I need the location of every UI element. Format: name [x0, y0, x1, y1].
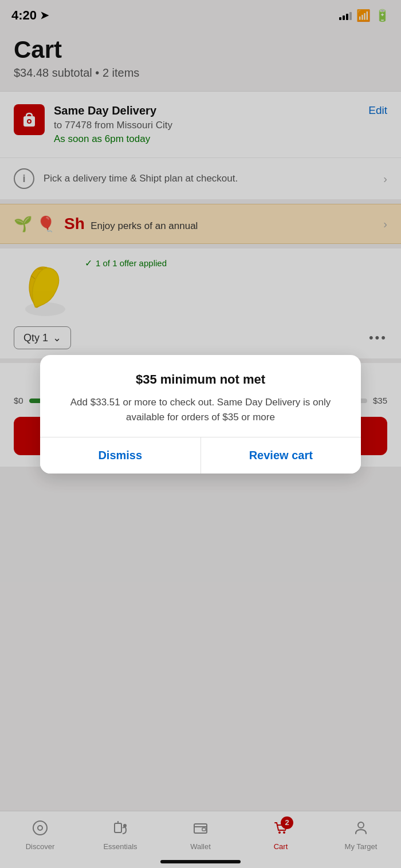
modal-actions: Dismiss Review cart: [40, 437, 361, 474]
modal-message: Add $33.51 or more to check out. Same Da…: [56, 395, 345, 424]
modal-title: $35 minimum not met: [56, 372, 345, 387]
dismiss-button[interactable]: Dismiss: [40, 437, 200, 474]
minimum-not-met-modal: $35 minimum not met Add $33.51 or more t…: [40, 355, 361, 474]
modal-overlay: $35 minimum not met Add $33.51 or more t…: [0, 0, 401, 868]
modal-body: $35 minimum not met Add $33.51 or more t…: [40, 355, 361, 437]
review-cart-button[interactable]: Review cart: [200, 437, 361, 474]
